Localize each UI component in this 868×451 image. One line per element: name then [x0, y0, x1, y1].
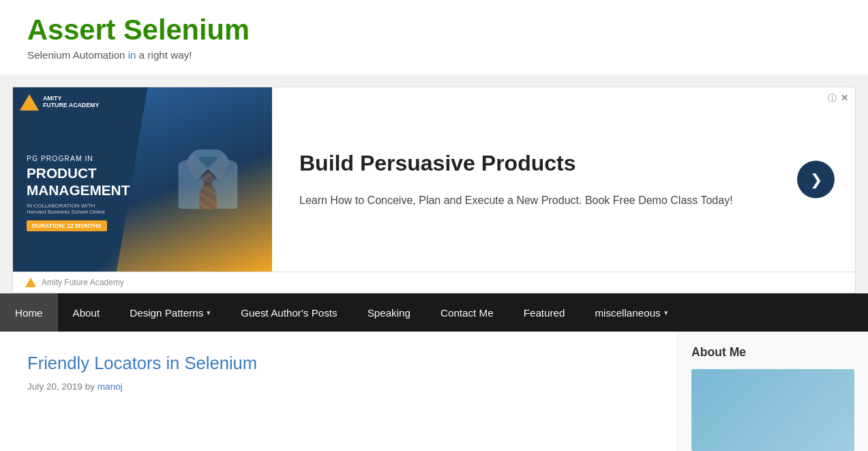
- nav-item-about[interactable]: About: [58, 293, 115, 332]
- nav-item-featured[interactable]: Featured: [509, 293, 580, 332]
- ad-footer-brand: Amity Future Academy: [42, 278, 124, 287]
- nav-item-contact-me[interactable]: Contact Me: [425, 293, 509, 332]
- ad-logo-text: AMITY FUTURE ACADEMY: [43, 96, 99, 108]
- ad-program-label: PG PROGRAM IN: [27, 155, 130, 162]
- tagline-highlight: in: [128, 49, 136, 61]
- nav-contact-me-label: Contact Me: [440, 307, 494, 319]
- sidebar-avatar: [691, 369, 854, 451]
- ad-info-icons: ⓘ ✕: [828, 93, 848, 104]
- post-meta: July 20, 2019 by manoj: [27, 381, 650, 392]
- nav-about-label: About: [73, 307, 100, 319]
- ad-description: Learn How to Conceive, Plan and Execute …: [299, 192, 828, 209]
- ad-close-icon[interactable]: ✕: [841, 93, 848, 104]
- ad-logo-triangle-icon: [20, 94, 39, 111]
- nav-speaking-label: Speaking: [368, 307, 410, 319]
- post-author-link[interactable]: manoj: [98, 381, 123, 392]
- post-date: July 20, 2019: [27, 381, 85, 392]
- post-article: Friendly Locators in Selenium July 20, 2…: [27, 352, 650, 392]
- nav-home-label: Home: [15, 307, 43, 319]
- nav-misc-chevron-icon: ▾: [664, 308, 668, 317]
- post-title[interactable]: Friendly Locators in Selenium: [27, 353, 257, 373]
- sidebar-about-title: About Me: [691, 345, 854, 360]
- ad-people-silhouette-icon: 👔: [174, 147, 242, 212]
- nav-guest-posts-label: Guest Author's Posts: [241, 307, 337, 319]
- ad-arrow-button[interactable]: ❯: [797, 161, 835, 199]
- ad-program-title: PRODUCT MANAGEMENT: [27, 165, 130, 199]
- nav-design-patterns-label: Design Patterns: [130, 307, 203, 319]
- nav-item-guest-posts[interactable]: Guest Author's Posts: [226, 293, 352, 332]
- sidebar: About Me: [677, 332, 868, 451]
- site-tagline: Selenium Automation in a right way!: [27, 49, 841, 61]
- ad-duration-badge: DURATION: 12 MONTHS: [27, 220, 107, 231]
- site-title[interactable]: Assert Selenium: [27, 14, 250, 46]
- main-layout: Friendly Locators in Selenium July 20, 2…: [0, 332, 868, 451]
- main-nav: Home About Design Patterns ▾ Guest Autho…: [0, 293, 868, 332]
- nav-featured-label: Featured: [524, 307, 565, 319]
- nav-misc-label: miscellaneous: [595, 307, 660, 319]
- post-author-prefix: by: [85, 381, 98, 392]
- ad-collab-text: IN COLLABORATION WITH Harvard Business S…: [27, 203, 130, 215]
- ad-image-content: PG PROGRAM IN PRODUCT MANAGEMENT IN COLL…: [27, 155, 130, 232]
- ad-footer: Amity Future Academy: [12, 272, 856, 293]
- ad-image-section: AMITY FUTURE ACADEMY PG PROGRAM IN PRODU…: [13, 87, 272, 272]
- ad-logo: AMITY FUTURE ACADEMY: [20, 94, 99, 111]
- ad-footer-logo-icon: [25, 278, 36, 287]
- ad-text-section: Build Persuasive Products Learn How to C…: [272, 129, 855, 229]
- nav-item-design-patterns[interactable]: Design Patterns ▾: [115, 293, 226, 332]
- nav-item-miscellaneous[interactable]: miscellaneous ▾: [580, 293, 683, 332]
- ad-banner: ⓘ ✕ AMITY FUTURE ACADEMY PG PROGRAM IN P…: [12, 87, 856, 272]
- content-area: Friendly Locators in Selenium July 20, 2…: [0, 332, 677, 451]
- ad-headline: Build Persuasive Products: [299, 149, 828, 178]
- ad-info-icon[interactable]: ⓘ: [828, 93, 837, 104]
- nav-design-patterns-chevron-icon: ▾: [207, 308, 211, 317]
- site-header: Assert Selenium Selenium Automation in a…: [0, 0, 868, 74]
- nav-item-speaking[interactable]: Speaking: [353, 293, 425, 332]
- ad-people-image: 👔: [117, 87, 272, 272]
- nav-item-home[interactable]: Home: [0, 293, 58, 332]
